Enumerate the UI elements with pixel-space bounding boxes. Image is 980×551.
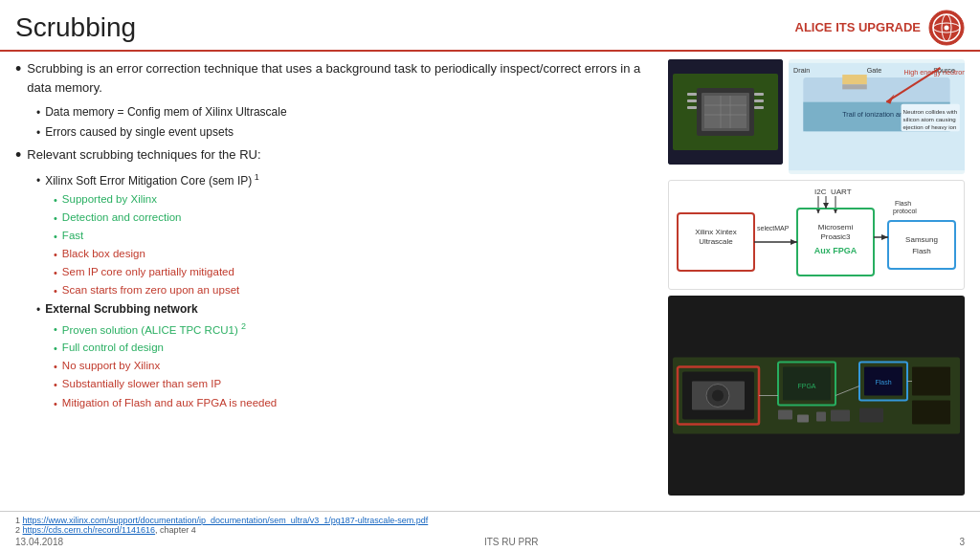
ext-text-2: No support by Xilinx (62, 358, 160, 375)
pcb-svg: FPGA Flash (668, 296, 965, 496)
svg-rect-17 (754, 93, 764, 96)
sem-text-2: Fast (62, 228, 83, 245)
diagram-top: Gate Drain Source Trail of ionization an… (668, 59, 965, 174)
svg-text:Samsung: Samsung (905, 235, 938, 244)
sem-text-0: Supported by Xilinx (62, 191, 157, 209)
sub-text-1b: Errors caused by single event upsets (45, 123, 234, 142)
svg-text:selectMAP: selectMAP (757, 225, 790, 231)
sem-item-5: • Scan starts from zero upon an upset (54, 282, 657, 299)
bullet-dot-2: • (15, 146, 21, 165)
footer-page-number: 3 (959, 537, 965, 547)
footer-center-text: ITS RU PRR (484, 537, 539, 547)
svg-marker-56 (791, 239, 797, 245)
svg-text:Aux FPGA: Aux FPGA (814, 246, 858, 255)
ref2-link[interactable]: https://cds.cern.ch/record/1141616 (23, 525, 156, 535)
svg-text:Flash: Flash (912, 247, 931, 255)
footer-references: 1 https://www.xilinx.com/support/documen… (15, 516, 965, 535)
svg-rect-48 (797, 209, 874, 276)
svg-rect-9 (704, 96, 746, 128)
svg-rect-25 (842, 75, 867, 84)
block-diagram: I2C UART selectMAP Flash protocol Xilinx… (668, 180, 965, 290)
bullet-1-text: Scrubbing is an error correction techniq… (27, 59, 657, 98)
svg-rect-78 (859, 408, 883, 423)
sem-text-1: Detection and correction (62, 209, 182, 227)
sem-dot-3: • (54, 247, 57, 263)
sub-text-2b: External Scrubbing network (45, 300, 197, 319)
svg-text:High energy neutron: High energy neutron (904, 69, 965, 77)
svg-text:FPGA: FPGA (797, 383, 815, 389)
bullet-2: • Relevant scrubbing techniques for the … (15, 145, 657, 165)
svg-rect-79 (912, 367, 950, 396)
svg-text:Xilinx Xintex: Xilinx Xintex (695, 228, 737, 236)
ext-scrub-list: • Proven solution (ALICE TPC RCU1) 2 • F… (54, 320, 657, 412)
ext-dot-0: • (54, 321, 57, 338)
ext-item-1: • Full control of design (54, 340, 657, 357)
sub-text-2a: Xilinx Soft Error Mitigation Core (sem I… (45, 171, 259, 190)
chip-image (668, 59, 783, 165)
ext-dot-2: • (54, 359, 57, 375)
svg-rect-75 (797, 415, 809, 423)
sub-item-2a: • Xilinx Soft Error Mitigation Core (sem… (36, 171, 657, 190)
ref1-prefix: 1 (15, 516, 23, 525)
svg-rect-14 (687, 93, 697, 96)
svg-text:Neutron collides with: Neutron collides with (903, 108, 958, 115)
sub-list-1: • Data memory = Config mem of Xilinx Ult… (36, 103, 657, 142)
ref-sup-2: 2 (241, 321, 246, 331)
sub-dot-2a: • (36, 172, 40, 190)
sem-text-3: Black box design (62, 246, 145, 263)
svg-point-4 (945, 26, 949, 31)
ext-item-4: • Mitigation of Flash and aux FPGA is ne… (54, 395, 657, 412)
sub-list-2: • Xilinx Soft Error Mitigation Core (sem… (36, 171, 657, 411)
svg-text:protocol: protocol (893, 208, 917, 215)
sub-item-2b: • External Scrubbing network (36, 300, 657, 320)
svg-text:ejection of heavy ion: ejection of heavy ion (903, 123, 957, 130)
svg-rect-80 (912, 401, 950, 425)
svg-text:Ultrascale: Ultrascale (699, 237, 733, 246)
page-footer: 1 https://www.xilinx.com/support/documen… (0, 511, 980, 551)
svg-rect-77 (831, 410, 850, 422)
sem-item-0: • Supported by Xilinx (54, 191, 657, 209)
sem-dot-2: • (54, 229, 57, 245)
svg-rect-26 (842, 84, 867, 89)
ref1-link[interactable]: https://www.xilinx.com/support/documenta… (23, 516, 429, 525)
alice-logo-area: ALICE ITS UPGRADE (795, 10, 965, 46)
chip-svg (668, 59, 783, 165)
svg-text:Drain: Drain (793, 67, 810, 75)
bullet-1: • Scrubbing is an error correction techn… (15, 59, 657, 98)
ref2-prefix: 2 (15, 525, 23, 535)
ext-item-0: • Proven solution (ALICE TPC RCU1) 2 (54, 320, 657, 340)
ext-text-0: Proven solution (ALICE TPC RCU1) 2 (62, 320, 246, 340)
block-diagram-svg: I2C UART selectMAP Flash protocol Xilinx… (673, 185, 960, 285)
svg-rect-19 (754, 106, 764, 109)
svg-rect-76 (816, 412, 826, 422)
sem-item-3: • Black box design (54, 246, 657, 263)
ext-text-1: Full control of design (62, 340, 164, 357)
svg-text:Flash: Flash (895, 200, 911, 207)
sem-dot-1: • (54, 210, 57, 227)
svg-text:Flash: Flash (875, 379, 891, 386)
svg-rect-18 (754, 99, 764, 102)
right-panel: Gate Drain Source Trail of ionization an… (668, 59, 965, 496)
page-header: Scrubbing ALICE ITS UPGRADE (0, 0, 980, 52)
ext-item-2: • No support by Xilinx (54, 358, 657, 375)
sem-text-4: Sem IP core only partially mitigated (62, 264, 234, 281)
bullet-2-text: Relevant scrubbing techniques for the RU… (27, 145, 260, 165)
svg-rect-16 (687, 106, 697, 109)
left-content: • Scrubbing is an error correction techn… (15, 59, 657, 496)
footer-date: 13.04.2018 (15, 537, 63, 547)
neutron-svg: Gate Drain Source Trail of ionization an… (789, 59, 965, 174)
ref-sup-1: 1 (252, 172, 259, 182)
svg-rect-52 (888, 221, 955, 269)
svg-text:UART: UART (831, 187, 852, 196)
sem-dot-0: • (54, 192, 57, 209)
ref-2: 2 https://cds.cern.ch/record/1141616, ch… (15, 525, 965, 535)
ref2-suffix: , chapter 4 (155, 525, 196, 535)
sem-text-5: Scan starts from zero upon an upset (62, 282, 239, 299)
sem-dot-5: • (54, 283, 57, 299)
svg-text:silicon atom causing: silicon atom causing (903, 116, 957, 122)
sub2a-label: Xilinx Soft Error Mitigation Core (sem I… (45, 174, 252, 187)
ext-dot-3: • (54, 377, 57, 393)
pcb-image: FPGA Flash (668, 296, 965, 496)
svg-text:Proasic3: Proasic3 (820, 232, 851, 241)
sem-ip-list: • Supported by Xilinx • Detection and co… (54, 191, 657, 299)
